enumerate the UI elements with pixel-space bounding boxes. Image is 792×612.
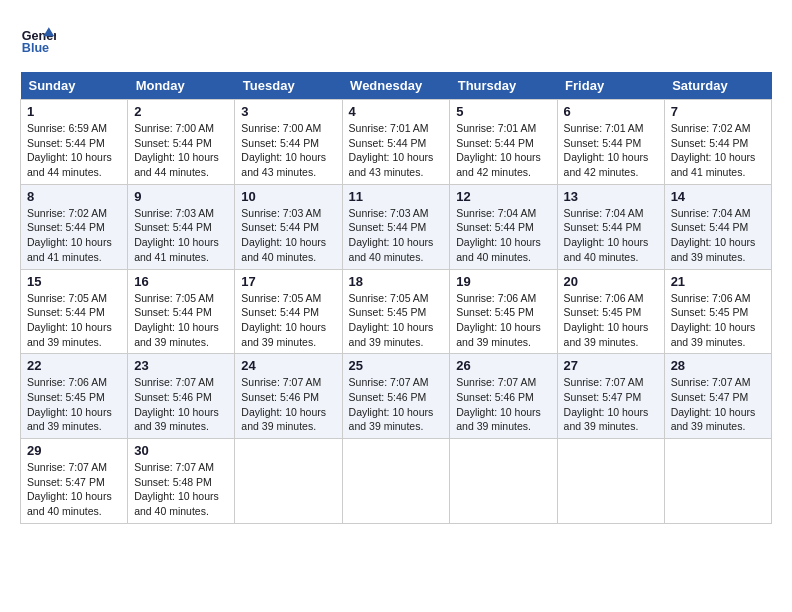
column-header-tuesday: Tuesday [235,72,342,100]
daylight-label: Daylight: 10 hours and 39 minutes. [27,321,112,348]
sunset-label: Sunset: 5:44 PM [134,137,212,149]
sunset-label: Sunset: 5:47 PM [564,391,642,403]
day-info: Sunrise: 7:05 AMSunset: 5:44 PMDaylight:… [241,291,335,350]
sunset-label: Sunset: 5:48 PM [134,476,212,488]
column-header-friday: Friday [557,72,664,100]
calendar-cell: 18Sunrise: 7:05 AMSunset: 5:45 PMDayligh… [342,269,450,354]
day-info: Sunrise: 7:00 AMSunset: 5:44 PMDaylight:… [134,121,228,180]
day-info: Sunrise: 7:07 AMSunset: 5:46 PMDaylight:… [456,375,550,434]
day-info: Sunrise: 7:06 AMSunset: 5:45 PMDaylight:… [671,291,765,350]
page-header: General Blue [20,20,772,56]
day-number: 17 [241,274,335,289]
column-header-wednesday: Wednesday [342,72,450,100]
daylight-label: Daylight: 10 hours and 40 minutes. [456,236,541,263]
calendar-cell: 26Sunrise: 7:07 AMSunset: 5:46 PMDayligh… [450,354,557,439]
sunrise-label: Sunrise: 7:04 AM [564,207,644,219]
day-number: 8 [27,189,121,204]
daylight-label: Daylight: 10 hours and 42 minutes. [564,151,649,178]
calendar-cell: 2Sunrise: 7:00 AMSunset: 5:44 PMDaylight… [128,100,235,185]
calendar-cell: 30Sunrise: 7:07 AMSunset: 5:48 PMDayligh… [128,439,235,524]
day-info: Sunrise: 7:03 AMSunset: 5:44 PMDaylight:… [349,206,444,265]
day-info: Sunrise: 7:01 AMSunset: 5:44 PMDaylight:… [349,121,444,180]
day-number: 10 [241,189,335,204]
calendar-week-5: 29Sunrise: 7:07 AMSunset: 5:47 PMDayligh… [21,439,772,524]
logo: General Blue [20,20,60,56]
day-info: Sunrise: 7:01 AMSunset: 5:44 PMDaylight:… [564,121,658,180]
sunset-label: Sunset: 5:44 PM [564,221,642,233]
day-number: 19 [456,274,550,289]
sunrise-label: Sunrise: 7:01 AM [456,122,536,134]
sunrise-label: Sunrise: 7:07 AM [241,376,321,388]
daylight-label: Daylight: 10 hours and 42 minutes. [456,151,541,178]
sunrise-label: Sunrise: 7:07 AM [564,376,644,388]
calendar-cell: 20Sunrise: 7:06 AMSunset: 5:45 PMDayligh… [557,269,664,354]
day-info: Sunrise: 7:04 AMSunset: 5:44 PMDaylight:… [671,206,765,265]
calendar-cell: 27Sunrise: 7:07 AMSunset: 5:47 PMDayligh… [557,354,664,439]
sunset-label: Sunset: 5:45 PM [27,391,105,403]
sunrise-label: Sunrise: 7:06 AM [456,292,536,304]
day-number: 6 [564,104,658,119]
day-info: Sunrise: 7:05 AMSunset: 5:44 PMDaylight:… [27,291,121,350]
calendar-week-2: 8Sunrise: 7:02 AMSunset: 5:44 PMDaylight… [21,184,772,269]
calendar-cell: 13Sunrise: 7:04 AMSunset: 5:44 PMDayligh… [557,184,664,269]
day-number: 7 [671,104,765,119]
sunrise-label: Sunrise: 7:04 AM [456,207,536,219]
day-number: 3 [241,104,335,119]
daylight-label: Daylight: 10 hours and 39 minutes. [671,321,756,348]
calendar-cell: 1Sunrise: 6:59 AMSunset: 5:44 PMDaylight… [21,100,128,185]
sunset-label: Sunset: 5:44 PM [134,221,212,233]
calendar-cell: 9Sunrise: 7:03 AMSunset: 5:44 PMDaylight… [128,184,235,269]
sunset-label: Sunset: 5:44 PM [241,137,319,149]
sunrise-label: Sunrise: 7:07 AM [456,376,536,388]
calendar-cell: 4Sunrise: 7:01 AMSunset: 5:44 PMDaylight… [342,100,450,185]
sunrise-label: Sunrise: 7:06 AM [564,292,644,304]
calendar-cell: 15Sunrise: 7:05 AMSunset: 5:44 PMDayligh… [21,269,128,354]
calendar-week-1: 1Sunrise: 6:59 AMSunset: 5:44 PMDaylight… [21,100,772,185]
sunrise-label: Sunrise: 7:07 AM [27,461,107,473]
daylight-label: Daylight: 10 hours and 43 minutes. [241,151,326,178]
sunrise-label: Sunrise: 7:01 AM [349,122,429,134]
daylight-label: Daylight: 10 hours and 44 minutes. [27,151,112,178]
day-info: Sunrise: 7:04 AMSunset: 5:44 PMDaylight:… [456,206,550,265]
calendar-cell: 21Sunrise: 7:06 AMSunset: 5:45 PMDayligh… [664,269,771,354]
sunset-label: Sunset: 5:44 PM [456,221,534,233]
day-number: 16 [134,274,228,289]
day-info: Sunrise: 7:05 AMSunset: 5:45 PMDaylight:… [349,291,444,350]
calendar-week-4: 22Sunrise: 7:06 AMSunset: 5:45 PMDayligh… [21,354,772,439]
calendar-cell: 12Sunrise: 7:04 AMSunset: 5:44 PMDayligh… [450,184,557,269]
daylight-label: Daylight: 10 hours and 39 minutes. [671,236,756,263]
day-info: Sunrise: 6:59 AMSunset: 5:44 PMDaylight:… [27,121,121,180]
sunrise-label: Sunrise: 7:04 AM [671,207,751,219]
daylight-label: Daylight: 10 hours and 39 minutes. [241,321,326,348]
day-number: 29 [27,443,121,458]
calendar-cell: 23Sunrise: 7:07 AMSunset: 5:46 PMDayligh… [128,354,235,439]
sunset-label: Sunset: 5:44 PM [349,221,427,233]
sunrise-label: Sunrise: 7:03 AM [241,207,321,219]
day-number: 9 [134,189,228,204]
day-info: Sunrise: 7:02 AMSunset: 5:44 PMDaylight:… [671,121,765,180]
daylight-label: Daylight: 10 hours and 41 minutes. [671,151,756,178]
day-number: 23 [134,358,228,373]
day-number: 20 [564,274,658,289]
sunrise-label: Sunrise: 7:05 AM [241,292,321,304]
calendar-cell: 11Sunrise: 7:03 AMSunset: 5:44 PMDayligh… [342,184,450,269]
calendar-cell [664,439,771,524]
calendar-cell [235,439,342,524]
sunrise-label: Sunrise: 7:02 AM [27,207,107,219]
day-number: 4 [349,104,444,119]
daylight-label: Daylight: 10 hours and 44 minutes. [134,151,219,178]
day-info: Sunrise: 7:05 AMSunset: 5:44 PMDaylight:… [134,291,228,350]
sunrise-label: Sunrise: 7:07 AM [349,376,429,388]
daylight-label: Daylight: 10 hours and 39 minutes. [671,406,756,433]
sunset-label: Sunset: 5:45 PM [349,306,427,318]
day-number: 18 [349,274,444,289]
day-number: 21 [671,274,765,289]
calendar-cell [557,439,664,524]
sunset-label: Sunset: 5:45 PM [671,306,749,318]
sunset-label: Sunset: 5:44 PM [27,306,105,318]
day-info: Sunrise: 7:07 AMSunset: 5:46 PMDaylight:… [241,375,335,434]
sunset-label: Sunset: 5:44 PM [671,137,749,149]
svg-text:Blue: Blue [22,41,49,55]
daylight-label: Daylight: 10 hours and 39 minutes. [564,406,649,433]
day-info: Sunrise: 7:06 AMSunset: 5:45 PMDaylight:… [456,291,550,350]
